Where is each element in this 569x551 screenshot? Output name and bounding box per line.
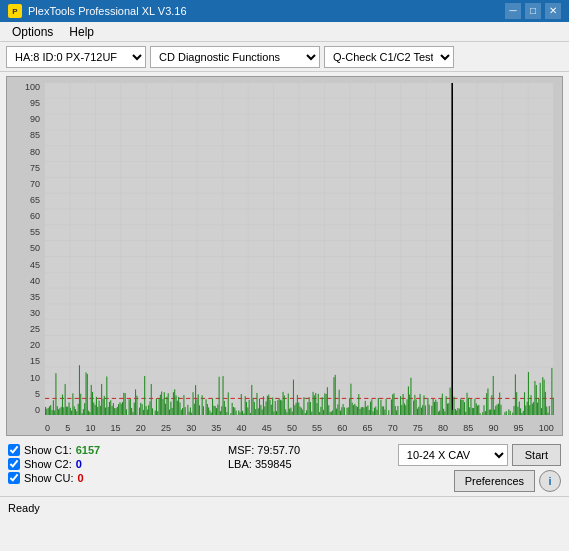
svg-rect-335 <box>495 406 496 415</box>
stats-area: MSF: 79:57.70 LBA: 359845 <box>228 444 348 470</box>
svg-rect-206 <box>315 393 316 415</box>
svg-rect-145 <box>234 408 235 415</box>
svg-rect-214 <box>326 394 327 415</box>
svg-rect-352 <box>523 411 524 415</box>
svg-rect-320 <box>474 399 475 415</box>
svg-rect-242 <box>363 408 364 415</box>
maximize-button[interactable]: □ <box>525 3 541 19</box>
cu-checkbox[interactable] <box>8 472 20 484</box>
info-button[interactable]: i <box>539 470 561 492</box>
menu-options[interactable]: Options <box>4 23 61 41</box>
svg-rect-93 <box>161 392 162 415</box>
svg-rect-220 <box>333 377 334 415</box>
svg-rect-170 <box>268 395 269 415</box>
svg-rect-92 <box>160 395 161 415</box>
svg-rect-65 <box>121 404 122 415</box>
title-bar: P PlexTools Professional XL V3.16 ─ □ ✕ <box>0 0 569 22</box>
svg-rect-112 <box>187 405 188 415</box>
svg-rect-167 <box>264 406 265 415</box>
svg-rect-47 <box>97 407 98 415</box>
svg-rect-222 <box>336 409 337 415</box>
svg-rect-120 <box>198 394 199 415</box>
svg-rect-136 <box>221 406 222 415</box>
svg-rect-7 <box>45 407 46 415</box>
svg-rect-330 <box>489 410 490 415</box>
c2-checkbox[interactable] <box>8 458 20 470</box>
chart-svg <box>45 83 554 415</box>
svg-rect-203 <box>311 412 312 415</box>
svg-rect-275 <box>413 401 414 415</box>
svg-rect-142 <box>230 413 231 415</box>
svg-rect-160 <box>255 409 256 415</box>
preferences-button[interactable]: Preferences <box>454 470 535 492</box>
speed-select[interactable]: 1 X CAV2 X CAV4 X CAV8 X CAV10-24 X CAVM… <box>398 444 508 466</box>
svg-rect-147 <box>238 410 239 415</box>
svg-rect-243 <box>365 401 366 415</box>
c1-checkbox[interactable] <box>8 444 20 456</box>
svg-rect-123 <box>203 406 204 415</box>
svg-rect-357 <box>529 405 530 415</box>
drive-select[interactable]: HA:8 ID:0 PX-712UF <box>6 46 146 68</box>
svg-rect-172 <box>271 405 272 415</box>
svg-rect-40 <box>88 411 89 415</box>
svg-rect-76 <box>136 396 137 415</box>
svg-rect-299 <box>447 404 448 415</box>
svg-rect-61 <box>116 408 117 415</box>
test-select[interactable]: Q-Check C1/C2 Test <box>324 46 454 68</box>
svg-rect-27 <box>71 411 72 415</box>
svg-rect-334 <box>494 410 495 415</box>
close-button[interactable]: ✕ <box>545 3 561 19</box>
app-icon: P <box>8 4 22 18</box>
svg-rect-36 <box>83 409 84 415</box>
svg-rect-4 <box>45 83 554 415</box>
title-bar-controls: ─ □ ✕ <box>505 3 561 19</box>
svg-rect-105 <box>177 401 178 415</box>
svg-rect-169 <box>267 396 268 415</box>
svg-rect-75 <box>135 389 136 415</box>
svg-rect-227 <box>343 404 344 415</box>
svg-rect-77 <box>139 408 140 415</box>
svg-rect-259 <box>388 410 389 415</box>
y-axis-labels: 100 95 90 85 80 75 70 65 60 55 50 45 40 … <box>9 83 43 415</box>
svg-rect-338 <box>499 392 500 415</box>
svg-rect-178 <box>279 398 280 415</box>
svg-rect-280 <box>420 394 421 415</box>
svg-rect-161 <box>256 393 257 415</box>
svg-rect-139 <box>225 407 226 415</box>
svg-rect-355 <box>527 402 528 415</box>
svg-rect-340 <box>504 412 505 415</box>
minimize-button[interactable]: ─ <box>505 3 521 19</box>
svg-rect-248 <box>371 399 372 415</box>
svg-rect-31 <box>76 411 77 415</box>
function-select[interactable]: CD Diagnostic Functions <box>150 46 320 68</box>
svg-rect-135 <box>220 411 221 415</box>
svg-rect-101 <box>172 408 173 415</box>
svg-rect-348 <box>517 407 518 415</box>
svg-rect-156 <box>250 413 251 415</box>
svg-rect-286 <box>429 405 430 415</box>
svg-rect-186 <box>289 409 290 415</box>
svg-rect-46 <box>96 397 97 415</box>
msf-value: 79:57.70 <box>257 444 300 456</box>
menu-help[interactable]: Help <box>61 23 102 41</box>
svg-rect-209 <box>319 412 320 415</box>
svg-rect-230 <box>348 407 349 415</box>
svg-rect-235 <box>354 404 355 415</box>
svg-rect-90 <box>157 411 158 415</box>
svg-rect-195 <box>301 408 302 415</box>
start-button[interactable]: Start <box>512 444 561 466</box>
svg-rect-301 <box>450 388 451 415</box>
svg-rect-67 <box>123 393 124 415</box>
svg-rect-264 <box>396 410 397 415</box>
svg-rect-82 <box>146 406 147 415</box>
svg-rect-56 <box>109 402 110 415</box>
svg-rect-319 <box>473 408 474 415</box>
svg-rect-213 <box>324 393 325 415</box>
svg-rect-307 <box>457 408 458 415</box>
svg-rect-321 <box>476 403 477 415</box>
svg-rect-306 <box>456 411 457 415</box>
svg-rect-180 <box>281 400 282 415</box>
c1-label: Show C1: <box>24 444 72 456</box>
svg-rect-85 <box>149 401 150 415</box>
svg-rect-177 <box>277 400 278 415</box>
